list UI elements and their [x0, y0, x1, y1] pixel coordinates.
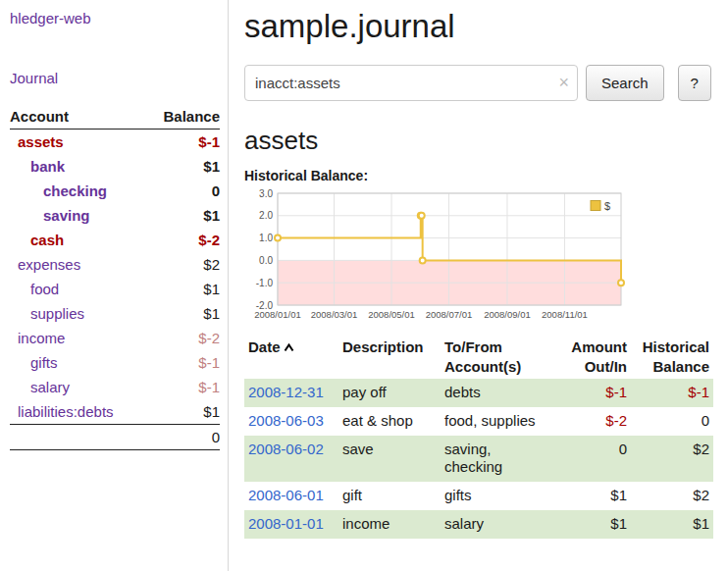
register-description-cell: income	[338, 510, 441, 539]
svg-text:2008/09/01: 2008/09/01	[484, 309, 531, 320]
account-name-cell: bank	[10, 154, 145, 179]
register-amount-cell: 0	[562, 436, 631, 483]
register-table: Date Description To/From Account(s) Amou…	[244, 335, 713, 539]
account-name-cell: salary	[10, 375, 145, 399]
account-link[interactable]: supplies	[10, 305, 84, 322]
transaction-date-link[interactable]: 2008-06-01	[248, 487, 324, 503]
account-name-cell: liabilities:debts	[10, 399, 145, 425]
account-row: gifts$-1	[10, 350, 220, 375]
account-row: supplies$1	[10, 301, 220, 326]
account-row: saving$1	[10, 203, 220, 228]
balance-chart: 3.02.01.00.0-1.0-2.02008/01/012008/03/01…	[244, 187, 716, 325]
account-link[interactable]: checking	[10, 182, 107, 199]
account-row: liabilities:debts$1	[10, 399, 220, 425]
register-header-date-label: Date	[248, 338, 281, 355]
register-date-cell: 2008-01-01	[244, 510, 338, 539]
transaction-date-link[interactable]: 2008-06-03	[248, 412, 324, 429]
register-amount-cell: $-1	[562, 379, 631, 407]
account-link[interactable]: bank	[10, 158, 65, 175]
accounts-table: Account Balance assets$-1bank$1checking0…	[10, 106, 220, 450]
clear-search-icon[interactable]: ×	[558, 72, 569, 92]
account-row: cash$-2	[10, 228, 220, 252]
register-header-balance: Historical Balance	[631, 335, 713, 379]
account-link[interactable]: cash	[10, 232, 64, 248]
account-link[interactable]: saving	[10, 207, 90, 224]
account-link[interactable]: food	[10, 281, 59, 297]
register-description-cell: gift	[338, 482, 441, 510]
account-balance: $-1	[145, 375, 220, 399]
register-row: 2008-12-31pay offdebts$-1$-1	[244, 379, 713, 407]
search-bar: × Search ?	[244, 65, 716, 101]
register-balance-cell: 0	[631, 407, 713, 436]
accounts-table-body: assets$-1bank$1checking0saving$1cash$-2e…	[10, 130, 220, 425]
help-button[interactable]: ?	[678, 65, 711, 101]
register-date-cell: 2008-06-01	[244, 482, 338, 510]
account-balance: $-2	[145, 228, 220, 252]
register-balance-cell: $-1	[631, 379, 713, 407]
sidebar-item-journal[interactable]: Journal	[10, 70, 220, 86]
register-row: 2008-06-01giftgifts$1$2	[244, 482, 713, 510]
page-title: sample.journal	[244, 8, 716, 45]
search-button[interactable]: Search	[586, 65, 664, 101]
transaction-date-link[interactable]: 2008-12-31	[248, 384, 324, 400]
transaction-date-link[interactable]: 2008-06-02	[248, 441, 324, 457]
account-name-cell: gifts	[10, 350, 145, 375]
account-link[interactable]: liabilities:debts	[10, 403, 114, 420]
account-name-cell: expenses	[10, 252, 145, 277]
account-name-cell: saving	[10, 203, 145, 228]
register-row: 2008-06-02savesaving, checking0$2	[244, 436, 713, 483]
app-title-link[interactable]: hledger-web	[10, 10, 220, 26]
account-link[interactable]: assets	[10, 133, 64, 150]
account-name-cell: cash	[10, 228, 145, 252]
historical-balance-chart-svg: 3.02.01.00.0-1.0-2.02008/01/012008/03/01…	[244, 187, 629, 325]
accounts-total-value: 0	[145, 425, 220, 450]
register-balance-cell: $2	[631, 436, 713, 483]
account-balance: $2	[145, 252, 220, 277]
register-accounts-cell: saving, checking	[441, 436, 562, 483]
accounts-header-row: Account Balance	[10, 106, 220, 130]
account-row: expenses$2	[10, 252, 220, 277]
search-input[interactable]	[244, 65, 578, 101]
account-balance: $1	[145, 154, 220, 179]
register-description-cell: pay off	[338, 379, 441, 407]
register-accounts-cell: salary	[441, 510, 562, 539]
accounts-header-account: Account	[10, 106, 145, 130]
register-description-cell: eat & shop	[338, 407, 441, 436]
register-header-amount: Amount Out/In	[562, 335, 631, 379]
account-link[interactable]: expenses	[10, 256, 80, 273]
account-link[interactable]: income	[10, 330, 65, 346]
account-name-cell: food	[10, 277, 145, 301]
register-date-cell: 2008-06-02	[244, 436, 338, 483]
account-row: income$-2	[10, 326, 220, 350]
register-row: 2008-06-03eat & shopfood, supplies$-20	[244, 407, 713, 436]
transaction-date-link[interactable]: 2008-01-01	[248, 515, 324, 532]
register-date-cell: 2008-06-03	[244, 407, 338, 436]
main-content: sample.journal × Search ? assets Histori…	[229, 0, 728, 571]
register-amount-cell: $1	[562, 482, 631, 510]
register-row: 2008-01-01incomesalary$1$1	[244, 510, 713, 539]
account-row: salary$-1	[10, 375, 220, 399]
app: hledger-web Journal Account Balance asse…	[0, 0, 728, 571]
svg-text:2.0: 2.0	[259, 210, 273, 221]
account-name-cell: checking	[10, 179, 145, 203]
account-balance: $1	[145, 277, 220, 301]
accounts-total-row: 0	[10, 425, 220, 450]
register-date-cell: 2008-12-31	[244, 379, 338, 407]
svg-text:2008/05/01: 2008/05/01	[368, 309, 415, 320]
account-balance: $1	[145, 301, 220, 326]
svg-text:2008/01/01: 2008/01/01	[254, 309, 301, 320]
account-balance: $1	[145, 203, 220, 228]
register-accounts-cell: debts	[441, 379, 562, 407]
svg-text:2008/11/01: 2008/11/01	[542, 309, 588, 320]
account-balance: 0	[145, 179, 220, 203]
account-name-cell: supplies	[10, 301, 145, 326]
account-balance: $-2	[145, 326, 220, 350]
register-header-date[interactable]: Date	[244, 335, 338, 379]
sidebar: hledger-web Journal Account Balance asse…	[0, 0, 229, 571]
account-balance: $-1	[145, 130, 220, 155]
account-link[interactable]: gifts	[10, 354, 58, 371]
register-balance-cell: $2	[631, 482, 713, 510]
account-link[interactable]: salary	[10, 379, 70, 395]
account-row: food$1	[10, 277, 220, 301]
register-header-account: To/From Account(s)	[441, 335, 562, 379]
